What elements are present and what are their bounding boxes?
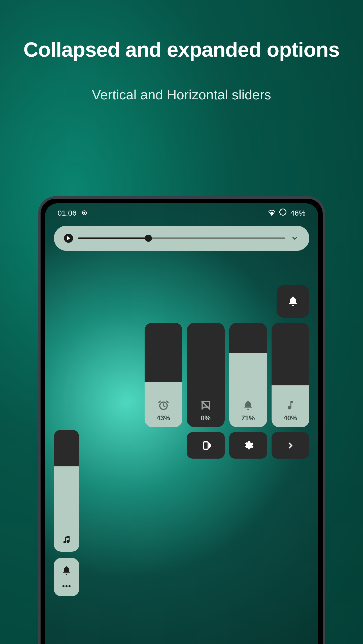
action-buttons-row [187, 432, 309, 459]
media-volume-slider[interactable]: 40% [272, 323, 309, 427]
chevron-right-icon [286, 441, 295, 450]
chat-off-icon [200, 400, 211, 412]
chat-volume-label: 0% [201, 414, 211, 422]
status-time: 01:06 [58, 209, 77, 217]
alarm-volume-slider[interactable]: 43% [145, 323, 182, 427]
svg-point-7 [65, 585, 68, 587]
vertical-sliders-group: 43% 0% 71% [145, 323, 309, 427]
bell-icon [287, 296, 299, 307]
promo-subtitle: Vertical and Horizontal sliders [0, 87, 363, 103]
next-button[interactable] [272, 432, 309, 459]
ring-volume-label: 71% [241, 414, 255, 422]
bell-icon [243, 400, 254, 412]
bell-icon[interactable] [61, 566, 72, 577]
play-icon [67, 236, 70, 240]
svg-point-8 [69, 585, 71, 587]
music-note-icon [285, 400, 296, 412]
horizontal-media-slider[interactable] [54, 226, 309, 251]
more-icon[interactable] [61, 584, 72, 589]
phone-screen: 01:06 46% [45, 203, 318, 644]
settings-button[interactable] [229, 432, 267, 459]
target-icon [82, 209, 87, 217]
vibrate-mode-button[interactable] [187, 432, 225, 459]
battery-circle-icon [279, 208, 287, 218]
gear-icon [243, 440, 254, 451]
phone-frame: 01:06 46% [38, 196, 325, 644]
svg-rect-5 [203, 442, 208, 449]
svg-point-6 [62, 585, 64, 587]
collapsed-controls-panel [54, 558, 79, 596]
status-bar: 01:06 46% [45, 203, 318, 220]
alarm-icon [158, 400, 169, 412]
horizontal-slider-track[interactable] [78, 237, 285, 239]
svg-point-1 [84, 212, 85, 214]
play-button[interactable] [64, 234, 73, 243]
notification-mode-button[interactable] [277, 285, 309, 318]
alarm-volume-label: 43% [156, 414, 170, 422]
horizontal-slider-thumb[interactable] [145, 235, 152, 242]
promo-title: Collapsed and expanded options [0, 0, 363, 61]
wifi-icon [268, 209, 276, 217]
chat-volume-slider[interactable]: 0% [187, 323, 225, 427]
phone-vibrate-icon [200, 440, 211, 451]
music-note-icon [61, 535, 72, 546]
expand-button[interactable] [290, 234, 299, 242]
media-volume-label: 40% [283, 414, 297, 422]
svg-point-2 [280, 209, 286, 215]
status-battery-label: 46% [290, 209, 305, 217]
collapsed-volume-slider[interactable] [54, 430, 79, 552]
ring-volume-slider[interactable]: 71% [229, 323, 267, 427]
